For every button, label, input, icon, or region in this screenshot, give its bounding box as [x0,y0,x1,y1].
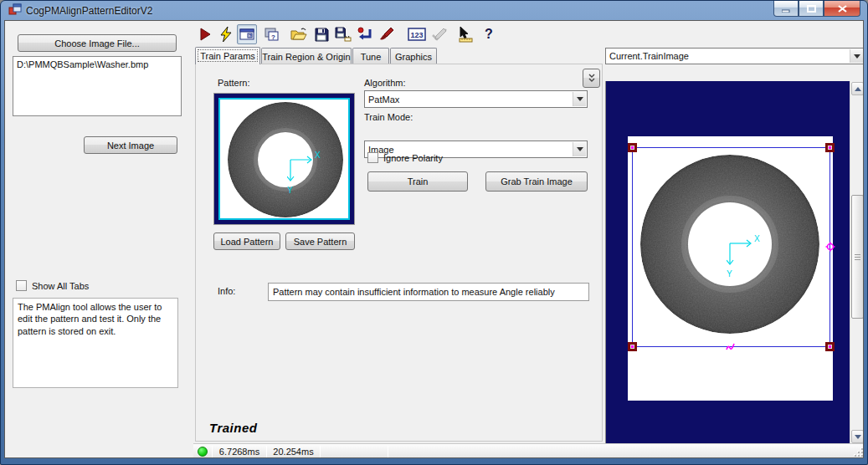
status-time-1: 6.7268ms [213,447,266,457]
region-handle-top-right[interactable] [825,143,835,152]
app-icon [8,3,22,19]
results-icon-text: 123 [411,31,424,39]
double-chevron-down-icon [588,74,596,84]
region-handle-bottom-right[interactable] [825,342,835,351]
tab-train-region-origin[interactable]: Train Region & Origin [261,48,352,64]
train-mode-label: Train Mode: [364,112,413,122]
save-as-icon[interactable] [334,25,352,43]
info-textbox[interactable]: Pattern may contain insufficient informa… [268,283,589,301]
open-file-icon[interactable] [290,25,308,43]
vertical-scroll-thumb[interactable] [851,195,864,319]
posted-graphics-icon [430,25,449,43]
show-results-icon[interactable]: 123 [408,25,426,43]
show-image-display-icon[interactable]: ? [237,24,257,44]
region-handle-top-left[interactable] [628,143,637,152]
svg-text:Y: Y [287,186,293,195]
info-label: Info: [218,286,235,296]
image-file-listbox[interactable]: D:\PMMQBSample\Washer.bmp [13,56,182,116]
status-bar: 6.7268ms 20.254ms [193,443,864,458]
train-button[interactable]: Train [367,171,468,192]
load-pattern-button[interactable]: Load Pattern [213,232,280,250]
train-image-origin-axes[interactable]: X Y [727,235,768,282]
status-separator [388,446,388,457]
scroll-up-button[interactable] [851,82,864,95]
pattern-label: Pattern: [218,78,250,88]
close-button[interactable] [824,1,860,17]
svg-text:Y: Y [727,269,732,278]
save-file-icon[interactable] [312,25,331,43]
pattern-origin-axes[interactable]: X Y [287,151,329,198]
app-window: CogPMAlignPatternEditorV2 Choose Image F… [0,0,868,465]
show-all-tabs-checkbox[interactable] [16,280,27,291]
window-title: CogPMAlignPatternEditorV2 [26,5,152,17]
svg-text:X: X [315,151,321,160]
electric-run-icon[interactable] [217,25,235,43]
reset-icon[interactable] [356,25,374,43]
region-rotation-handle[interactable] [825,242,835,252]
tab-train-params[interactable]: Train Params [195,47,260,64]
pointer-ruler-icon[interactable] [456,25,475,43]
svg-text:?: ? [249,33,252,38]
chevron-down-icon [573,142,586,156]
client-area: Choose Image File... D:\PMMQBSample\Wash… [4,20,864,458]
pattern-display[interactable]: X Y [213,93,355,225]
title-bar[interactable]: CogPMAlignPatternEditorV2 [4,1,864,20]
algorithm-combobox[interactable]: PatMax [364,90,588,108]
run-icon[interactable] [196,25,214,43]
tool-description-text: The PMAlign tool allows the user to edit… [13,298,178,388]
algorithm-label: Algorithm: [364,78,406,88]
tab-graphics[interactable]: Graphics [390,48,437,64]
chevron-down-icon [573,92,586,106]
help-icon[interactable]: ? [480,25,498,43]
train-image-display[interactable]: X Y [605,81,864,457]
region-handle-bottom-left[interactable] [628,342,637,351]
grab-train-image-button[interactable]: Grab Train Image [485,171,588,192]
edit-graphics-icon[interactable] [378,25,396,43]
show-all-tabs-label: Show All Tabs [32,281,89,291]
save-pattern-button[interactable]: Save Pattern [285,232,355,250]
minimize-button[interactable] [773,1,799,17]
image-file-path[interactable]: D:\PMMQBSample\Washer.bmp [17,59,148,69]
trained-status-text: Trained [209,421,257,435]
status-indicator-icon [198,447,208,457]
maximize-button[interactable] [799,1,824,17]
tab-tune[interactable]: Tune [352,48,389,64]
choose-image-file-button[interactable]: Choose Image File... [18,34,177,52]
svg-text:?: ? [271,33,275,41]
vertical-scrollbar[interactable] [850,81,864,444]
float-display-icon[interactable]: ? [262,25,280,43]
scroll-down-button[interactable] [851,430,864,443]
ignore-polarity-label: Ignore Polarity [383,153,443,163]
status-separator [320,446,321,457]
train-params-page: Pattern: [195,64,603,442]
next-image-button[interactable]: Next Image [84,136,177,154]
ignore-polarity-checkbox[interactable] [367,152,378,163]
resize-grip[interactable] [853,447,863,457]
region-skew-handle[interactable] [726,343,737,351]
expander-button[interactable] [583,69,600,88]
status-time-2: 20.254ms [267,447,320,457]
chevron-down-icon [850,49,863,63]
svg-text:X: X [754,235,760,243]
image-selector-combobox[interactable]: Current.TrainImage [605,48,864,64]
